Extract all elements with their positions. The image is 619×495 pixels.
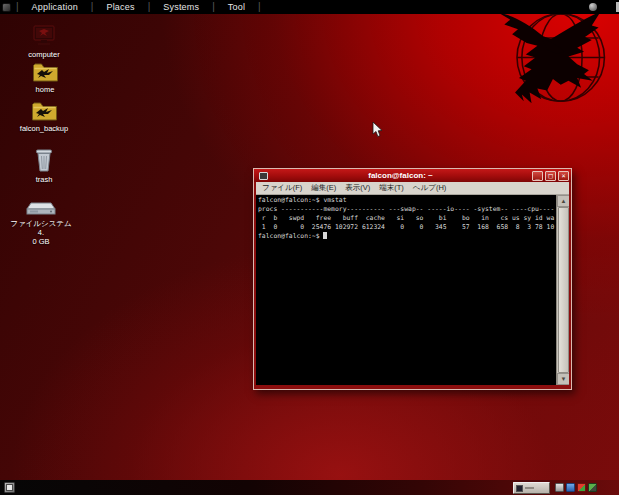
top-menu-bar: | Application | Places | Systems | Tool … (0, 0, 619, 14)
terminal-title: falcon@falcon: ~ (271, 171, 530, 180)
terminal-menu-file[interactable]: ファイル(F) (262, 183, 302, 193)
close-button[interactable]: × (558, 171, 569, 181)
menu-systems[interactable]: Systems (151, 0, 211, 14)
tray-icon-d[interactable] (588, 483, 597, 492)
desktop-icon-label: computer (11, 50, 77, 59)
backup-folder-icon (31, 100, 58, 122)
terminal-screen[interactable]: falcon@falcon:~$ vmstat procs ----------… (256, 195, 556, 385)
tray-icon-c[interactable] (577, 483, 586, 492)
terminal-menu-edit[interactable]: 編集(E) (311, 183, 336, 193)
show-desktop-icon[interactable] (4, 482, 15, 493)
desktop-icon-filesystem[interactable]: ファイルシステム 4. 0 GB (8, 199, 74, 246)
desktop-icon-label: falcon_backup (6, 124, 82, 133)
panel-notification-icon[interactable] (589, 3, 597, 11)
menu-application[interactable]: Application (20, 0, 90, 14)
terminal-line: r b swpd free buff cache si so bi bo in … (258, 214, 556, 223)
desktop-icon-falcon-backup[interactable]: falcon_backup (6, 100, 82, 133)
desktop-icon-trash[interactable]: trash (11, 148, 77, 184)
home-folder-icon (32, 61, 59, 83)
terminal-scrollbar[interactable]: ▲ ▼ (556, 195, 569, 385)
terminal-line: procs -----------memory---------- ---swa… (258, 205, 556, 214)
panel-divider: | (257, 0, 262, 14)
minimize-button[interactable]: _ (532, 171, 543, 181)
terminal-window-icon (259, 172, 268, 180)
terminal-line: falcon@falcon:~$ vmstat (258, 196, 556, 205)
scrollbar-thumb[interactable] (558, 207, 569, 373)
desktop-icon-label: trash (11, 175, 77, 184)
terminal-window: falcon@falcon: ~ _ □ × ファイル(F) 編集(E) 表示(… (253, 168, 572, 390)
desktop-icon-computer[interactable]: computer (11, 25, 77, 59)
terminal-cursor (323, 232, 327, 239)
maximize-button[interactable]: □ (545, 171, 556, 181)
computer-icon (32, 25, 56, 48)
terminal-line: 1 0 0 25476 102972 612324 0 0 345 57 168… (258, 223, 556, 232)
tray-icon-b[interactable] (566, 483, 575, 492)
disk-drive-icon (25, 199, 57, 217)
tray-icon-a[interactable] (555, 483, 564, 492)
terminal-task-icon (516, 485, 523, 492)
falcon-globe-logo (483, 6, 619, 110)
bottom-taskbar (0, 480, 619, 495)
taskbar-button-text (525, 487, 534, 489)
terminal-prompt: falcon@falcon:~$ (258, 232, 323, 240)
terminal-menubar: ファイル(F) 編集(E) 表示(V) 端末(T) ヘルプ(H) (256, 182, 569, 195)
scrollbar-down-arrow[interactable]: ▼ (557, 373, 569, 385)
desktop-icon-label: home (12, 85, 78, 94)
desktop-icon-label-line2: 0 GB (8, 237, 74, 246)
taskbar-window-button[interactable] (513, 482, 550, 494)
desktop-icon-label: ファイルシステム 4. (8, 219, 74, 237)
menu-places[interactable]: Places (94, 0, 146, 14)
scrollbar-up-arrow[interactable]: ▲ (557, 195, 569, 207)
mouse-cursor-icon (372, 122, 383, 138)
terminal-content-area: falcon@falcon:~$ vmstat procs ----------… (256, 195, 569, 385)
terminal-menu-view[interactable]: 表示(V) (345, 183, 370, 193)
terminal-prompt-line: falcon@falcon:~$ (258, 232, 556, 241)
menu-tool[interactable]: Tool (216, 0, 257, 14)
desktop-icon-home[interactable]: home (12, 61, 78, 94)
panel-menu-icon[interactable] (2, 3, 11, 12)
terminal-menu-help[interactable]: ヘルプ(H) (413, 183, 446, 193)
terminal-menu-terminal[interactable]: 端末(T) (379, 183, 404, 193)
desktop: | Application | Places | Systems | Tool … (0, 0, 619, 495)
terminal-titlebar[interactable]: falcon@falcon: ~ _ □ × (254, 169, 571, 182)
trash-icon (34, 148, 54, 173)
